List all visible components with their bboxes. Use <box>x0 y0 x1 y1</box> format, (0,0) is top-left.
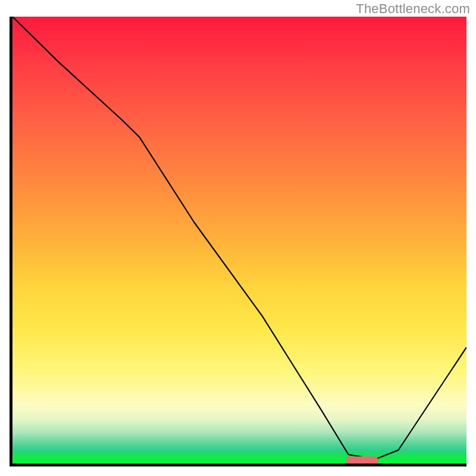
heatmap-background <box>12 17 466 464</box>
watermark: TheBottleneck.com <box>356 1 470 17</box>
chart-area <box>10 17 466 466</box>
